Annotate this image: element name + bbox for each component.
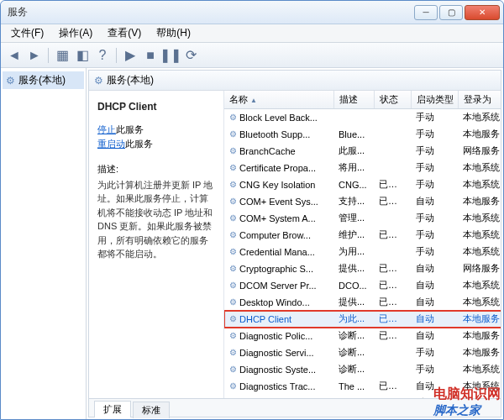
table-row[interactable]: ⚙Bluetooth Supp...Blue...手动本地服务 (224, 126, 501, 143)
cell-startup: 自动 (411, 311, 458, 328)
cell-startup: 自动 (411, 294, 458, 311)
table-row[interactable]: ⚙Credential Mana...为用...手动本地系统 (224, 244, 501, 260)
table-row[interactable]: ⚙Cryptographic S...提供...已启动自动网络服务 (224, 260, 501, 277)
cell-desc: CNG... (333, 176, 374, 193)
cell-name: ⚙CNG Key Isolation (224, 176, 333, 193)
separator (48, 48, 49, 63)
cell-status (374, 395, 411, 399)
cell-startup: 自动 (411, 277, 458, 294)
menu-file[interactable]: 文件(F) (4, 24, 50, 42)
table-row[interactable]: ⚙Desktop Windo...提供...已启动自动本地系统 (224, 294, 501, 311)
service-list-pane[interactable]: 名称▲ 描述 状态 启动类型 登录为 ⚙Block Level Back...手… (223, 91, 501, 398)
right-content: DHCP Client 停止此服务 重启动此服务 描述: 为此计算机注册并更新 … (89, 91, 501, 398)
menu-help[interactable]: 帮助(H) (150, 24, 197, 42)
col-status[interactable]: 状态 (374, 91, 411, 109)
table-row[interactable]: ⚙Block Level Back...手动本地系统 (224, 109, 501, 126)
table-row[interactable]: ⚙DCOM Server Pr...DCO...已启动自动本地系统 (224, 277, 501, 294)
back-button[interactable]: ◄ (6, 47, 23, 64)
stop-service-line: 停止此服务 (97, 123, 215, 137)
table-row[interactable]: ⚙COM+ Event Sys...支持...已启动自动本地服务 (224, 193, 501, 210)
restart-service-line: 重启动此服务 (97, 137, 215, 151)
menu-action[interactable]: 操作(A) (52, 24, 99, 42)
cell-status: 已启动 (374, 277, 411, 294)
cell-name: ⚙Block Level Back... (224, 109, 333, 126)
service-name-text: COM+ System A... (239, 213, 316, 223)
table-row[interactable]: ⚙Computer Brow...维护...已启动手动本地系统 (224, 227, 501, 244)
cell-desc (333, 109, 374, 126)
cell-startup: 自动 (411, 328, 458, 344)
cell-logon: 本地系统 (458, 227, 501, 244)
cell-desc: 提供... (333, 294, 374, 311)
show-hide-button[interactable]: ▦ (54, 47, 71, 64)
table-row[interactable]: ⚙BranchCache此服...手动网络服务 (224, 143, 501, 160)
menu-view[interactable]: 查看(V) (101, 24, 148, 42)
cell-name: ⚙COM+ System A... (224, 210, 333, 227)
cell-logon: 本地系统 (458, 109, 501, 126)
service-name-text: Computer Brow... (239, 230, 311, 240)
cell-name: ⚙Cryptographic S... (224, 260, 333, 277)
gear-icon: ⚙ (229, 314, 237, 323)
cell-desc: 为用... (333, 244, 374, 260)
gear-icon: ⚙ (229, 180, 237, 189)
table-row[interactable]: ⚙Disk Defragmen...提供...手动本地系统 (224, 395, 501, 399)
gear-icon: ⚙ (229, 146, 237, 155)
cell-startup: 手动 (411, 176, 458, 193)
titlebar: 服务 ─ ▢ ✕ (1, 1, 503, 24)
close-button[interactable]: ✕ (465, 5, 500, 20)
stop-link[interactable]: 停止 (97, 124, 116, 134)
tab-standard[interactable]: 标准 (133, 402, 170, 418)
cell-logon: 本地系统 (458, 210, 501, 227)
stop-button[interactable]: ■ (142, 47, 159, 64)
gear-icon: ⚙ (229, 129, 237, 139)
play-button[interactable]: ▶ (122, 47, 139, 64)
gear-icon: ⚙ (229, 381, 237, 391)
col-desc[interactable]: 描述 (333, 91, 374, 109)
gear-icon: ⚙ (229, 113, 237, 122)
cell-desc: 管理... (333, 210, 374, 227)
gear-icon: ⚙ (229, 264, 237, 273)
col-name[interactable]: 名称▲ (224, 91, 333, 109)
restart-link[interactable]: 重启动 (97, 139, 125, 149)
table-row[interactable]: ⚙Diagnostic Syste...诊断...手动本地系统 (224, 361, 501, 378)
cell-name: ⚙Disk Defragmen... (224, 395, 333, 399)
table-row[interactable]: ⚙Certificate Propa...将用...手动本地系统 (224, 160, 501, 176)
service-name-text: Bluetooth Supp... (239, 129, 310, 139)
tree-item-services-local[interactable]: ⚙ 服务(本地) (3, 71, 84, 89)
table-header-row: 名称▲ 描述 状态 启动类型 登录为 (224, 91, 501, 109)
cell-name: ⚙Credential Mana... (224, 244, 333, 260)
gear-icon: ⚙ (229, 197, 237, 206)
col-startup[interactable]: 启动类型 (411, 91, 458, 109)
col-logon[interactable]: 登录为 (458, 91, 501, 109)
table-row[interactable]: ⚙CNG Key IsolationCNG...已启动手动本地系统 (224, 176, 501, 193)
restart-suffix: 此服务 (125, 139, 153, 149)
table-row[interactable]: ⚙Diagnostic Polic...诊断...已启动自动本地服务 (224, 328, 501, 344)
export-button[interactable]: ◧ (74, 47, 91, 64)
table-row[interactable]: ⚙Diagnostic Servi...诊断...手动本地服务 (224, 344, 501, 361)
cell-startup: 手动 (411, 361, 458, 378)
table-row[interactable]: ⚙Diagnostics Trac...The ...已启动自动本地系统 (224, 378, 501, 395)
table-row[interactable]: ⚙COM+ System A...管理...手动本地系统 (224, 210, 501, 227)
pause-button[interactable]: ❚❚ (162, 47, 179, 64)
tab-extended[interactable]: 扩展 (94, 401, 131, 417)
menubar: 文件(F) 操作(A) 查看(V) 帮助(H) (1, 24, 503, 43)
description-label: 描述: (97, 162, 215, 176)
service-name-text: CNG Key Isolation (239, 180, 315, 190)
cell-status: 已启动 (374, 260, 411, 277)
gear-icon: ⚙ (229, 230, 237, 239)
cell-startup: 自动 (411, 378, 458, 395)
forward-button[interactable]: ► (26, 47, 43, 64)
cell-desc: Blue... (333, 126, 374, 143)
help-button[interactable]: ? (94, 47, 111, 64)
service-name-text: Credential Mana... (239, 247, 315, 257)
cell-logon: 本地系统 (458, 176, 501, 193)
cell-status: 已启动 (374, 328, 411, 344)
cell-status: 已启动 (374, 193, 411, 210)
table-row[interactable]: ⚙DHCP Client为此...已启动自动本地服务 (224, 311, 501, 328)
restart-button[interactable]: ⟳ (182, 47, 199, 64)
minimize-button[interactable]: ─ (414, 5, 438, 20)
cell-status: 已启动 (374, 311, 411, 328)
cell-startup: 手动 (411, 210, 458, 227)
maximize-button[interactable]: ▢ (439, 5, 463, 20)
gear-icon: ⚙ (229, 365, 237, 374)
cell-desc: DCO... (333, 277, 374, 294)
